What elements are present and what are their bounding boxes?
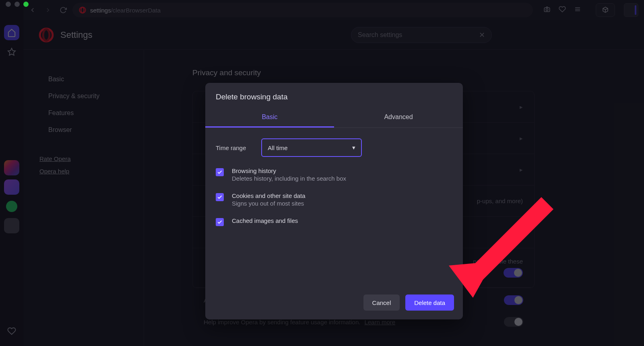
check-cached-files[interactable]: Cached images and files [216, 217, 452, 226]
modal-actions: Cancel Delete data [205, 295, 463, 319]
chevron-down-icon: ▾ [352, 144, 355, 151]
delete-data-button[interactable]: Delete data [405, 295, 454, 311]
window-traffic-lights [6, 2, 29, 7]
delete-browsing-data-modal: Delete browsing data Basic Advanced Time… [205, 83, 463, 319]
time-range-value: All time [268, 144, 287, 151]
traffic-close[interactable] [6, 2, 11, 7]
modal-title: Delete browsing data [205, 83, 463, 109]
check-browsing-history[interactable]: Browsing history Deletes history, includ… [216, 167, 452, 182]
checkbox[interactable] [216, 168, 224, 176]
checkbox[interactable] [216, 193, 224, 201]
time-range-row: Time range All time ▾ [216, 138, 452, 157]
checkbox[interactable] [216, 218, 224, 226]
traffic-minimize[interactable] [14, 2, 20, 7]
time-range-label: Time range [216, 144, 246, 151]
tab-advanced[interactable]: Advanced [334, 109, 463, 128]
cancel-button[interactable]: Cancel [363, 295, 400, 311]
time-range-select[interactable]: All time ▾ [261, 138, 362, 157]
modal-tabs: Basic Advanced [205, 109, 463, 128]
check-cookies[interactable]: Cookies and other site data Signs you ou… [216, 192, 452, 207]
tab-basic[interactable]: Basic [205, 109, 334, 128]
traffic-zoom[interactable] [23, 2, 29, 7]
modal-body: Time range All time ▾ Browsing history D… [205, 128, 463, 237]
